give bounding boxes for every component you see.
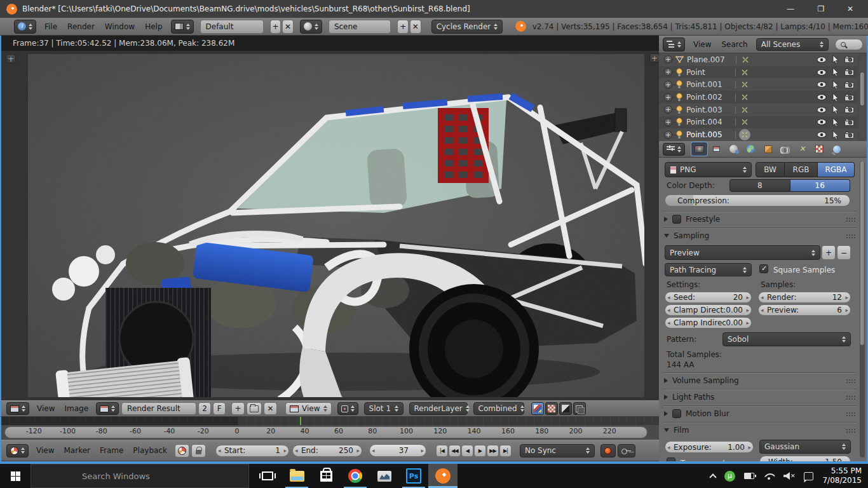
- editor-type-selector-info[interactable]: [14, 20, 36, 34]
- expand-icon[interactable]: [664, 118, 672, 126]
- network-icon[interactable]: [763, 472, 775, 480]
- display-rgba-button[interactable]: [531, 402, 544, 415]
- panel-volume-sampling[interactable]: Volume Sampling: [664, 375, 862, 386]
- visibility-eye-icon[interactable]: [817, 132, 827, 138]
- panel-freestyle[interactable]: Freestyle: [664, 214, 862, 225]
- expand-icon[interactable]: [664, 105, 672, 114]
- renderability-camera-icon[interactable]: [844, 69, 854, 76]
- visibility-eye-icon[interactable]: [817, 81, 827, 88]
- expand-icon[interactable]: [664, 55, 672, 64]
- properties-tab-object[interactable]: [760, 142, 776, 156]
- visibility-eye-icon[interactable]: [817, 119, 827, 125]
- integrator-select[interactable]: Path Tracing: [665, 263, 752, 276]
- editor-type-selector-timeline[interactable]: [6, 444, 29, 458]
- color-mode-rgb[interactable]: RGB: [785, 162, 818, 177]
- timeline-ruler[interactable]: -120-100-80-60-40-2002040608010012014016…: [1, 425, 659, 440]
- collapse-region-right-button[interactable]: +: [649, 53, 660, 63]
- selectability-cursor-icon[interactable]: [832, 81, 839, 89]
- taskbar-search-box[interactable]: Search Windows: [31, 464, 249, 488]
- open-image-button[interactable]: [247, 402, 262, 415]
- outliner-display-filter[interactable]: All Scenes: [756, 38, 829, 51]
- minimize-button[interactable]: —: [778, 4, 803, 13]
- end-frame-field[interactable]: End: 250: [292, 445, 362, 457]
- square-samples-checkbox[interactable]: [759, 264, 768, 273]
- blender-taskbar-button[interactable]: [428, 464, 458, 488]
- pattern-select[interactable]: Sobol: [722, 332, 851, 346]
- exposure-field[interactable]: Exposure: 1.00: [665, 441, 754, 453]
- current-frame-field[interactable]: 37: [369, 444, 426, 457]
- expand-icon[interactable]: [664, 131, 672, 139]
- delete-layout-button[interactable]: ✕: [282, 20, 294, 34]
- outliner-menu-view[interactable]: View: [691, 40, 713, 49]
- maximize-button[interactable]: ❐: [808, 4, 834, 13]
- taskbar-clock[interactable]: 5:55 PM 7/08/2015: [822, 466, 862, 485]
- notifications-icon[interactable]: [804, 472, 813, 480]
- selectability-cursor-icon[interactable]: [832, 105, 839, 114]
- selectability-cursor-icon[interactable]: [832, 55, 839, 64]
- renderability-camera-icon[interactable]: [844, 94, 854, 101]
- editor-type-selector-outliner[interactable]: [663, 37, 685, 51]
- screen-layout-name[interactable]: Default: [200, 20, 264, 34]
- playback-next-keyframe-button[interactable]: ▶▶: [487, 445, 499, 457]
- pivot-select[interactable]: [337, 402, 358, 415]
- color-depth-16[interactable]: 16: [790, 179, 851, 192]
- properties-tab-texture[interactable]: [811, 142, 827, 156]
- lock-time-button[interactable]: [191, 444, 206, 458]
- expand-icon[interactable]: [664, 93, 672, 102]
- display-alpha-button[interactable]: [545, 402, 558, 415]
- playback-prev-keyframe-button[interactable]: ◀◀: [449, 445, 461, 457]
- panel-motion-blur[interactable]: Motion Blur: [664, 408, 862, 419]
- renderability-camera-icon[interactable]: [844, 56, 854, 63]
- playback-prev-frame-button[interactable]: ◀: [461, 445, 473, 457]
- outliner-search-field[interactable]: [835, 39, 863, 50]
- outliner-row[interactable]: Point.002: [659, 91, 858, 104]
- selectability-cursor-icon[interactable]: [832, 68, 839, 76]
- outliner-scrollbar[interactable]: [860, 56, 865, 139]
- properties-tab-constraints[interactable]: [777, 142, 793, 156]
- outliner-row[interactable]: Point: [659, 66, 858, 79]
- screen-layout-icon-button[interactable]: [171, 20, 194, 34]
- renderability-camera-icon[interactable]: [844, 81, 854, 88]
- store-button[interactable]: [311, 464, 341, 488]
- render-layer-select[interactable]: RenderLayer: [409, 402, 468, 415]
- render-pass-select[interactable]: Combined: [473, 402, 524, 415]
- playback-jump-start-button[interactable]: |◀: [436, 445, 448, 457]
- add-layout-button[interactable]: +: [270, 20, 281, 34]
- renderability-camera-icon[interactable]: [844, 132, 854, 139]
- image-browse-button[interactable]: [96, 402, 119, 415]
- preview-range-button[interactable]: [175, 444, 189, 458]
- clamp-direct-field[interactable]: Clamp Direct: 0.00: [665, 304, 752, 316]
- preview-samples-field[interactable]: Preview: 6: [758, 304, 851, 316]
- visibility-eye-icon[interactable]: [817, 69, 827, 76]
- outliner-row[interactable]: Point.003: [659, 104, 858, 116]
- render-engine-select[interactable]: Cycles Render: [431, 20, 503, 34]
- image-menu-view[interactable]: View: [35, 404, 57, 413]
- battery-icon[interactable]: [744, 473, 754, 479]
- menu-file[interactable]: File: [43, 22, 59, 31]
- start-frame-field[interactable]: Start: 1: [215, 445, 289, 457]
- menu-help[interactable]: Help: [143, 22, 164, 31]
- expand-icon[interactable]: [664, 68, 672, 76]
- photos-button[interactable]: [370, 464, 399, 488]
- expand-icon[interactable]: [664, 81, 672, 89]
- visibility-eye-icon[interactable]: [817, 94, 827, 100]
- outliner-menu-search[interactable]: Search: [719, 40, 749, 49]
- clamp-indirect-field[interactable]: Clamp Indirect: 0.00: [665, 317, 752, 329]
- utorrent-tray-icon[interactable]: [724, 471, 735, 482]
- properties-tab-world[interactable]: [743, 142, 759, 156]
- renderability-camera-icon[interactable]: [844, 119, 854, 126]
- preset-remove-button[interactable]: −: [837, 245, 851, 260]
- freestyle-checkbox[interactable]: [672, 215, 681, 224]
- record-button[interactable]: [600, 444, 616, 458]
- render-samples-field[interactable]: Render: 12: [758, 292, 851, 303]
- compression-slider[interactable]: Compression: 15%: [665, 194, 850, 207]
- color-mode-bw[interactable]: BW: [756, 162, 785, 177]
- chrome-button[interactable]: [341, 464, 370, 488]
- fake-user-button[interactable]: F: [213, 402, 226, 415]
- timeline-band[interactable]: [1, 417, 659, 425]
- preset-add-button[interactable]: +: [822, 245, 836, 260]
- selectability-cursor-icon[interactable]: [832, 118, 839, 126]
- color-mode-rgba[interactable]: RGBA: [818, 162, 855, 177]
- outliner-row[interactable]: Point.005: [659, 128, 858, 141]
- outliner-row[interactable]: Point.001: [659, 78, 858, 91]
